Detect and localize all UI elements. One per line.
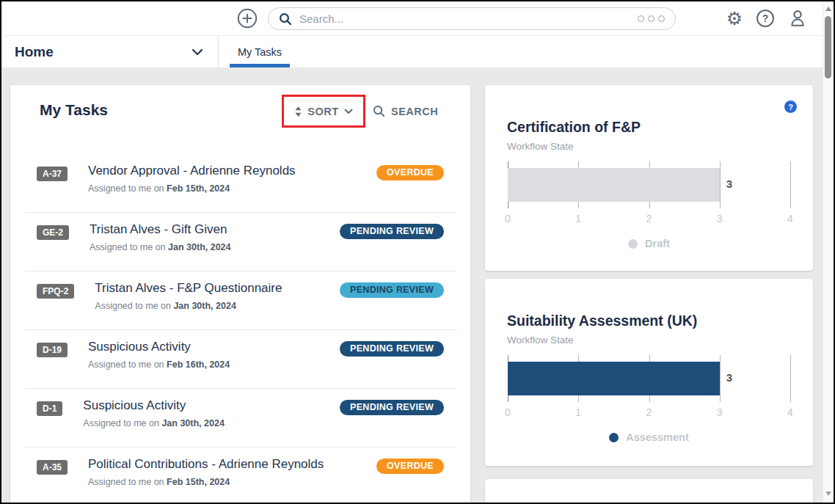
widget-partial-card xyxy=(485,479,813,504)
status-badge: OVERDUE xyxy=(376,459,444,474)
user-icon xyxy=(788,9,807,28)
status-badge: PENDING REVIEW xyxy=(340,282,444,298)
task-id-badge: D-19 xyxy=(37,343,68,357)
chevron-down-icon xyxy=(344,109,353,114)
ellipsis-circles-icon[interactable] xyxy=(638,15,665,22)
sort-arrows-icon xyxy=(294,106,302,117)
task-row[interactable]: GE-2 Tristan Alves - Gift Given Assigned… xyxy=(10,213,470,271)
status-badge: PENDING REVIEW xyxy=(340,341,444,357)
legend-dot xyxy=(628,239,638,249)
settings-button[interactable]: ⚙ xyxy=(724,8,745,29)
task-row[interactable]: A-37 Vendor Approval - Adrienne Reynolds… xyxy=(10,154,470,213)
status-badge: OVERDUE xyxy=(376,165,444,180)
chart-bar-draft[interactable] xyxy=(508,168,720,202)
task-date: Jan 30th, 2024 xyxy=(161,418,224,428)
task-assigned-line: Assigned to me on Jan 30th, 2024 xyxy=(95,301,282,311)
my-tasks-panel: My Tasks SORT SEARCH xyxy=(10,85,470,504)
user-profile-button[interactable] xyxy=(787,8,808,29)
bar-value-label: 3 xyxy=(726,178,732,190)
task-list: A-37 Vendor Approval - Adrienne Reynolds… xyxy=(10,154,470,504)
create-object-button[interactable] xyxy=(237,8,258,29)
task-row[interactable]: D-1 Suspicious Activity Assigned to me o… xyxy=(10,389,470,448)
app-window: ⚙ ? Home My Tasks My Tasks xyxy=(0,0,835,504)
help-circle-icon: ? xyxy=(756,10,774,27)
tab-my-tasks-label: My Tasks xyxy=(238,46,282,58)
legend-label: Draft xyxy=(645,238,670,249)
task-assigned-line: Assigned to me on Feb 15th, 2024 xyxy=(88,183,296,194)
help-circle-icon[interactable]: ? xyxy=(784,101,797,113)
task-date: Feb 15th, 2024 xyxy=(167,477,230,487)
task-id-badge: GE-2 xyxy=(37,225,69,240)
scroll-down-arrow-icon[interactable] xyxy=(825,492,831,496)
task-assigned-line: Assigned to me on Jan 30th, 2024 xyxy=(90,242,231,252)
search-input[interactable] xyxy=(299,12,638,25)
bar-chart: 3 xyxy=(508,161,790,208)
task-title[interactable]: Political Contributions - Adrienne Reyno… xyxy=(88,457,324,472)
task-date: Feb 16th, 2024 xyxy=(167,359,230,370)
top-bar: ⚙ ? xyxy=(1,1,823,35)
chevron-down-icon xyxy=(192,48,203,56)
bar-value-label: 3 xyxy=(726,371,732,384)
task-assigned-line: Assigned to me on Feb 15th, 2024 xyxy=(88,477,324,487)
x-axis: 0 1 2 3 4 xyxy=(508,213,790,224)
chart-legend[interactable]: Draft xyxy=(485,238,813,249)
search-icon xyxy=(373,105,385,117)
scrollbar-thumb[interactable] xyxy=(825,16,831,78)
scroll-up-arrow-icon[interactable] xyxy=(825,7,831,11)
gear-icon: ⚙ xyxy=(726,8,743,29)
home-dropdown[interactable]: Home xyxy=(1,36,219,67)
task-row[interactable]: D-19 Suspicious Activity Assigned to me … xyxy=(10,330,470,389)
x-axis: 0 1 2 3 4 xyxy=(508,406,790,418)
widget-title: Certification of F&P xyxy=(507,119,641,136)
chart-bar-assessment[interactable] xyxy=(508,362,720,395)
widget-certification-of-fp: ? Certification of F&P Workflow State 3 … xyxy=(485,85,813,271)
search-label: SEARCH xyxy=(391,106,438,117)
task-title[interactable]: Tristan Alves - F&P Questionnaire xyxy=(95,281,282,296)
bar-chart: 3 xyxy=(508,355,790,402)
search-icon xyxy=(279,12,292,26)
home-label: Home xyxy=(15,44,54,60)
widget-title: Suitability Assessment (UK) xyxy=(507,313,697,329)
task-id-badge: FPQ-2 xyxy=(37,284,74,299)
vertical-scrollbar[interactable] xyxy=(823,1,834,503)
task-id-badge: A-37 xyxy=(37,167,68,181)
task-id-badge: D-1 xyxy=(37,401,62,416)
legend-label: Assessment xyxy=(626,431,688,443)
tab-my-tasks[interactable]: My Tasks xyxy=(228,36,291,67)
status-badge: PENDING REVIEW xyxy=(340,224,444,239)
global-search-bar[interactable] xyxy=(268,7,676,30)
task-title[interactable]: Tristan Alves - Gift Given xyxy=(90,222,231,237)
task-date: Jan 30th, 2024 xyxy=(173,301,236,311)
sort-label: SORT xyxy=(307,106,338,117)
task-row[interactable]: FPQ-2 Tristan Alves - F&P Questionnaire … xyxy=(10,271,470,330)
task-assigned-line: Assigned to me on Jan 30th, 2024 xyxy=(83,418,225,428)
task-date: Jan 30th, 2024 xyxy=(168,242,230,252)
legend-dot xyxy=(609,433,619,442)
page-content: My Tasks SORT SEARCH xyxy=(1,67,823,503)
task-title[interactable]: Vendor Approval - Adrienne Reynolds xyxy=(88,164,296,178)
task-title[interactable]: Suspicious Activity xyxy=(88,340,230,354)
task-row[interactable]: A-35 Political Contributions - Adrienne … xyxy=(10,448,470,504)
sort-button-highlighted[interactable]: SORT xyxy=(282,95,365,128)
task-title[interactable]: Suspicious Activity xyxy=(83,398,225,413)
plus-circle-icon xyxy=(237,8,258,29)
help-button[interactable]: ? xyxy=(755,8,776,29)
widget-suitability-assessment-uk: Suitability Assessment (UK) Workflow Sta… xyxy=(485,279,813,466)
panel-title: My Tasks xyxy=(40,101,108,119)
widget-subtitle: Workflow State xyxy=(507,141,574,152)
task-search-button[interactable]: SEARCH xyxy=(373,95,438,128)
task-assigned-line: Assigned to me on Feb 16th, 2024 xyxy=(88,359,230,370)
nav-bar: Home My Tasks xyxy=(1,35,823,67)
task-date: Feb 15th, 2024 xyxy=(167,183,230,194)
status-badge: PENDING REVIEW xyxy=(340,400,444,415)
chart-legend[interactable]: Assessment xyxy=(485,431,813,443)
widget-subtitle: Workflow State xyxy=(507,335,574,346)
task-id-badge: A-35 xyxy=(37,460,68,475)
